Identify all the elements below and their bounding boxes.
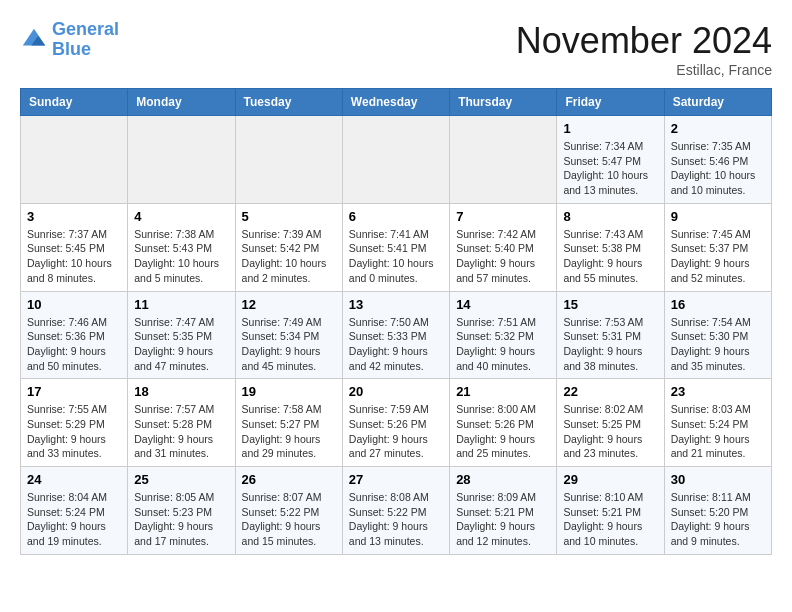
weekday-header-sunday: Sunday [21,89,128,116]
day-info: Sunrise: 7:46 AM Sunset: 5:36 PM Dayligh… [27,315,121,374]
day-number: 21 [456,384,550,399]
day-info: Sunrise: 7:53 AM Sunset: 5:31 PM Dayligh… [563,315,657,374]
calendar-cell: 22Sunrise: 8:02 AM Sunset: 5:25 PM Dayli… [557,379,664,467]
day-info: Sunrise: 8:00 AM Sunset: 5:26 PM Dayligh… [456,402,550,461]
weekday-header-thursday: Thursday [450,89,557,116]
day-number: 20 [349,384,443,399]
calendar-week-row: 1Sunrise: 7:34 AM Sunset: 5:47 PM Daylig… [21,116,772,204]
day-number: 15 [563,297,657,312]
day-info: Sunrise: 7:39 AM Sunset: 5:42 PM Dayligh… [242,227,336,286]
calendar-cell: 19Sunrise: 7:58 AM Sunset: 5:27 PM Dayli… [235,379,342,467]
calendar-cell: 10Sunrise: 7:46 AM Sunset: 5:36 PM Dayli… [21,291,128,379]
day-number: 13 [349,297,443,312]
day-info: Sunrise: 7:50 AM Sunset: 5:33 PM Dayligh… [349,315,443,374]
title-block: November 2024 Estillac, France [516,20,772,78]
day-info: Sunrise: 7:47 AM Sunset: 5:35 PM Dayligh… [134,315,228,374]
calendar-cell: 12Sunrise: 7:49 AM Sunset: 5:34 PM Dayli… [235,291,342,379]
day-info: Sunrise: 8:04 AM Sunset: 5:24 PM Dayligh… [27,490,121,549]
calendar-cell: 7Sunrise: 7:42 AM Sunset: 5:40 PM Daylig… [450,203,557,291]
day-info: Sunrise: 8:09 AM Sunset: 5:21 PM Dayligh… [456,490,550,549]
day-info: Sunrise: 8:05 AM Sunset: 5:23 PM Dayligh… [134,490,228,549]
day-number: 7 [456,209,550,224]
calendar-cell: 9Sunrise: 7:45 AM Sunset: 5:37 PM Daylig… [664,203,771,291]
calendar-cell: 6Sunrise: 7:41 AM Sunset: 5:41 PM Daylig… [342,203,449,291]
weekday-header-monday: Monday [128,89,235,116]
day-info: Sunrise: 7:43 AM Sunset: 5:38 PM Dayligh… [563,227,657,286]
weekday-header-wednesday: Wednesday [342,89,449,116]
calendar-cell: 28Sunrise: 8:09 AM Sunset: 5:21 PM Dayli… [450,467,557,555]
calendar-cell [21,116,128,204]
day-number: 14 [456,297,550,312]
day-number: 9 [671,209,765,224]
calendar-cell: 24Sunrise: 8:04 AM Sunset: 5:24 PM Dayli… [21,467,128,555]
calendar-cell: 25Sunrise: 8:05 AM Sunset: 5:23 PM Dayli… [128,467,235,555]
calendar-cell: 3Sunrise: 7:37 AM Sunset: 5:45 PM Daylig… [21,203,128,291]
day-number: 28 [456,472,550,487]
calendar-cell [450,116,557,204]
calendar-cell: 15Sunrise: 7:53 AM Sunset: 5:31 PM Dayli… [557,291,664,379]
day-number: 8 [563,209,657,224]
day-info: Sunrise: 7:41 AM Sunset: 5:41 PM Dayligh… [349,227,443,286]
day-info: Sunrise: 7:59 AM Sunset: 5:26 PM Dayligh… [349,402,443,461]
day-number: 6 [349,209,443,224]
day-info: Sunrise: 7:45 AM Sunset: 5:37 PM Dayligh… [671,227,765,286]
day-info: Sunrise: 8:08 AM Sunset: 5:22 PM Dayligh… [349,490,443,549]
day-number: 11 [134,297,228,312]
day-info: Sunrise: 7:35 AM Sunset: 5:46 PM Dayligh… [671,139,765,198]
logo-text: General Blue [52,20,119,60]
day-info: Sunrise: 7:57 AM Sunset: 5:28 PM Dayligh… [134,402,228,461]
weekday-header-row: SundayMondayTuesdayWednesdayThursdayFrid… [21,89,772,116]
day-number: 27 [349,472,443,487]
day-number: 18 [134,384,228,399]
page-header: General Blue November 2024 Estillac, Fra… [20,20,772,78]
day-number: 1 [563,121,657,136]
calendar-cell: 4Sunrise: 7:38 AM Sunset: 5:43 PM Daylig… [128,203,235,291]
month-title: November 2024 [516,20,772,62]
location-subtitle: Estillac, France [516,62,772,78]
calendar-week-row: 10Sunrise: 7:46 AM Sunset: 5:36 PM Dayli… [21,291,772,379]
day-number: 23 [671,384,765,399]
calendar-cell: 29Sunrise: 8:10 AM Sunset: 5:21 PM Dayli… [557,467,664,555]
day-number: 5 [242,209,336,224]
day-info: Sunrise: 7:55 AM Sunset: 5:29 PM Dayligh… [27,402,121,461]
calendar-cell: 27Sunrise: 8:08 AM Sunset: 5:22 PM Dayli… [342,467,449,555]
day-number: 3 [27,209,121,224]
calendar-cell: 13Sunrise: 7:50 AM Sunset: 5:33 PM Dayli… [342,291,449,379]
day-number: 12 [242,297,336,312]
day-number: 17 [27,384,121,399]
weekday-header-friday: Friday [557,89,664,116]
weekday-header-saturday: Saturday [664,89,771,116]
calendar-cell [235,116,342,204]
day-info: Sunrise: 8:03 AM Sunset: 5:24 PM Dayligh… [671,402,765,461]
weekday-header-tuesday: Tuesday [235,89,342,116]
day-info: Sunrise: 7:42 AM Sunset: 5:40 PM Dayligh… [456,227,550,286]
day-info: Sunrise: 8:11 AM Sunset: 5:20 PM Dayligh… [671,490,765,549]
day-number: 26 [242,472,336,487]
calendar-cell [342,116,449,204]
day-number: 4 [134,209,228,224]
day-info: Sunrise: 7:58 AM Sunset: 5:27 PM Dayligh… [242,402,336,461]
day-info: Sunrise: 7:49 AM Sunset: 5:34 PM Dayligh… [242,315,336,374]
calendar-cell: 21Sunrise: 8:00 AM Sunset: 5:26 PM Dayli… [450,379,557,467]
day-info: Sunrise: 7:34 AM Sunset: 5:47 PM Dayligh… [563,139,657,198]
calendar-cell: 2Sunrise: 7:35 AM Sunset: 5:46 PM Daylig… [664,116,771,204]
calendar-cell: 14Sunrise: 7:51 AM Sunset: 5:32 PM Dayli… [450,291,557,379]
logo-icon [20,26,48,54]
day-number: 22 [563,384,657,399]
day-info: Sunrise: 7:51 AM Sunset: 5:32 PM Dayligh… [456,315,550,374]
day-number: 29 [563,472,657,487]
calendar-cell [128,116,235,204]
day-number: 2 [671,121,765,136]
calendar-week-row: 17Sunrise: 7:55 AM Sunset: 5:29 PM Dayli… [21,379,772,467]
day-number: 10 [27,297,121,312]
calendar-week-row: 24Sunrise: 8:04 AM Sunset: 5:24 PM Dayli… [21,467,772,555]
calendar-table: SundayMondayTuesdayWednesdayThursdayFrid… [20,88,772,555]
calendar-cell: 20Sunrise: 7:59 AM Sunset: 5:26 PM Dayli… [342,379,449,467]
day-number: 30 [671,472,765,487]
calendar-cell: 8Sunrise: 7:43 AM Sunset: 5:38 PM Daylig… [557,203,664,291]
calendar-cell: 1Sunrise: 7:34 AM Sunset: 5:47 PM Daylig… [557,116,664,204]
day-info: Sunrise: 7:38 AM Sunset: 5:43 PM Dayligh… [134,227,228,286]
day-info: Sunrise: 7:54 AM Sunset: 5:30 PM Dayligh… [671,315,765,374]
calendar-cell: 26Sunrise: 8:07 AM Sunset: 5:22 PM Dayli… [235,467,342,555]
day-info: Sunrise: 7:37 AM Sunset: 5:45 PM Dayligh… [27,227,121,286]
